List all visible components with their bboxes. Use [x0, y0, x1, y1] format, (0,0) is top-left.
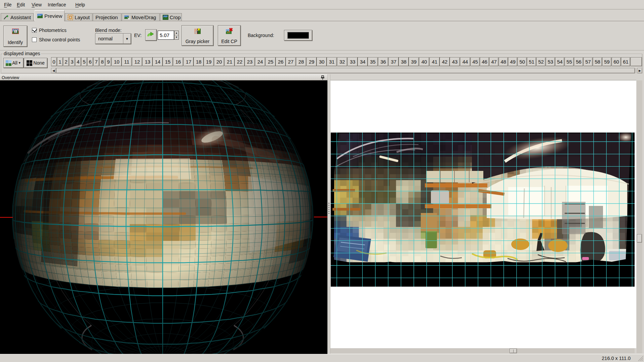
svg-text:GL: GL — [38, 14, 41, 16]
svg-text:1: 1 — [14, 30, 16, 33]
